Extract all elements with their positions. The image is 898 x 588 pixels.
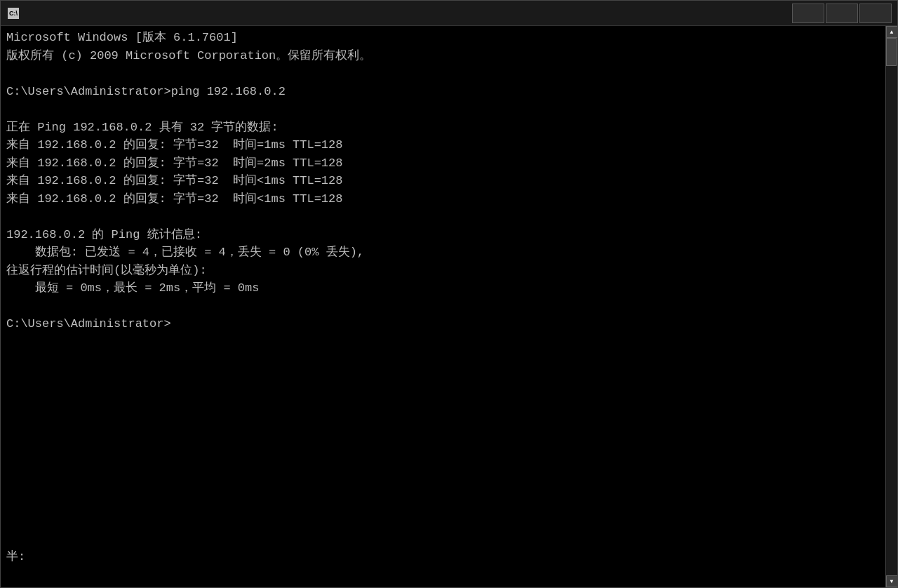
vertical-scrollbar[interactable]: ▲ ▼ (885, 26, 897, 587)
maximize-button[interactable] (826, 4, 858, 23)
close-button[interactable] (859, 4, 892, 23)
title-bar: C:\ (1, 1, 897, 26)
minimize-button[interactable] (792, 4, 824, 23)
window-controls (792, 4, 892, 23)
scroll-track[interactable] (886, 38, 897, 575)
window-icon: C:\ (6, 6, 20, 20)
scroll-thumb[interactable] (886, 38, 897, 66)
content-area: Microsoft Windows [版本 6.1.7601] 版权所有 (c)… (1, 26, 897, 587)
cmd-window: C:\ Microsoft Windows [版本 6.1.7601] 版权所有… (0, 0, 898, 588)
scroll-up-button[interactable]: ▲ (886, 26, 898, 38)
cmd-icon: C:\ (8, 8, 19, 19)
scroll-down-button[interactable]: ▼ (886, 575, 898, 587)
terminal-output[interactable]: Microsoft Windows [版本 6.1.7601] 版权所有 (c)… (1, 26, 885, 587)
